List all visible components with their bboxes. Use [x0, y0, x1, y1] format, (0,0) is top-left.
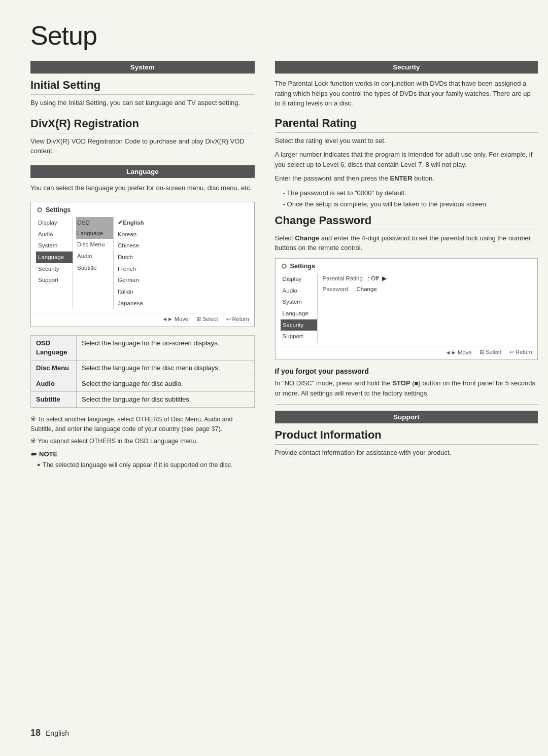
table-row-audio: Audio Select the language for disc audio…: [31, 376, 255, 392]
menu2-support: Support: [281, 331, 317, 342]
parental-rating-section: Parental Rating Select the rating level …: [275, 117, 538, 209]
security-section-header: Security: [275, 61, 538, 74]
menu-display: Display: [36, 217, 73, 229]
note-others-text: ※ To select another language, select OTH…: [30, 415, 255, 434]
settings-footer: ◄► Move ⊞ Select ↩ Return: [36, 313, 249, 322]
parental-label: Parental Rating: [323, 273, 363, 284]
footer-return: ↩ Return: [226, 316, 249, 322]
menu2-language: Language: [281, 308, 317, 319]
divx-body: View DivX(R) VOD Registration Code to pu…: [30, 136, 255, 156]
footer2-move: ◄► Move: [446, 349, 472, 355]
bullet-setup-complete: Once the setup is complete, you will be …: [279, 200, 538, 209]
settings-options2: Parental Rating : Off ▶ Password : Chang…: [317, 273, 532, 342]
settings-menu2: Display Audio System Language Security S…: [281, 273, 317, 342]
option-french: French: [117, 263, 145, 275]
initial-setting-body: By using the Initial Setting, you can se…: [30, 98, 255, 108]
note-others: ※ To select another language, select OTH…: [30, 415, 255, 446]
submenu-disc-menu: Disc Menu: [76, 239, 113, 250]
lang-key-osd: OSDLanguage: [31, 335, 77, 360]
menu-audio: Audio: [36, 229, 73, 240]
change-password-body: Select Change and enter the 4-digit pass…: [275, 233, 538, 253]
note-osd-text: ※ You cannot select OTHERS in the OSD La…: [30, 437, 255, 446]
parental-value: : Off ▶: [368, 273, 387, 284]
settings-inner: Display Audio System Language Security S…: [36, 217, 249, 309]
password-value: : Change: [353, 284, 377, 295]
settings-options: ✔English Korean Chinese Dutch French Ger…: [113, 217, 145, 309]
option-italian: Italian: [117, 286, 145, 298]
option-japanese: Japanese: [117, 298, 145, 309]
system-section-header: System: [30, 61, 255, 74]
settings-label: Settings: [46, 206, 71, 213]
parental-body1: Select the rating level you want to set.: [275, 136, 538, 146]
table-row-subtitle: Subtitle Select the language for disc su…: [31, 392, 255, 408]
two-column-layout: System Initial Setting By using the Init…: [30, 61, 518, 470]
submenu-subtitle: Subtitle: [76, 262, 113, 274]
lang-key-audio: Audio: [31, 376, 77, 392]
option-dutch: Dutch: [117, 251, 145, 263]
left-column: System Initial Setting By using the Init…: [30, 61, 255, 470]
if-forgot-title: If you forgot your password: [275, 367, 538, 375]
if-forgot-section: If you forgot your password In "NO DISC"…: [275, 367, 538, 398]
settings-gear-icon: [36, 206, 43, 213]
security-intro: The Parental Lock function works in conj…: [275, 79, 538, 109]
page-number: 18: [30, 728, 41, 738]
svg-point-3: [283, 265, 285, 267]
page-number-section: 18 English: [30, 728, 69, 738]
settings-box-language: Settings Display Audio System Language S…: [30, 202, 255, 327]
footer-select: ⊞ Select: [196, 316, 218, 322]
bullet-default-password: The password is set to "0000" by default…: [279, 189, 538, 198]
parental-body: Select the rating level you want to set.…: [275, 136, 538, 184]
menu2-display: Display: [281, 273, 317, 285]
settings-menu: Display Audio System Language Security S…: [36, 217, 73, 309]
note-label: NOTE: [39, 450, 57, 458]
divider: [275, 404, 538, 405]
settings-box2-inner: Display Audio System Language Security S…: [281, 273, 532, 342]
menu-support: Support: [36, 274, 73, 286]
menu2-audio: Audio: [281, 285, 317, 297]
option-english: ✔English: [117, 217, 145, 229]
footer2-return: ↩ Return: [509, 349, 532, 355]
menu2-system: System: [281, 296, 317, 308]
menu2-security: Security: [281, 319, 317, 331]
change-password-section: Change Password Select Change and enter …: [275, 214, 538, 360]
menu-system: System: [36, 240, 73, 251]
footer-move: ◄► Move: [162, 316, 188, 322]
support-section-header: Support: [275, 411, 538, 423]
password-label: Password: [323, 284, 349, 295]
note-title-section: ✏ NOTE: [30, 450, 255, 458]
language-table: OSDLanguage Select the language for the …: [30, 335, 255, 408]
submenu-audio: Audio: [76, 250, 113, 262]
row2-parental: Parental Rating : Off ▶: [323, 273, 532, 284]
table-row-disc: Disc Menu Select the language for the di…: [31, 360, 255, 376]
if-forgot-body: In "NO DISC" mode, press and hold the ST…: [275, 378, 538, 398]
lang-key-subtitle: Subtitle: [31, 392, 77, 408]
row2-password: Password : Change: [323, 284, 532, 295]
lang-val-disc: Select the language for the disc menu di…: [77, 360, 255, 376]
lang-val-osd: Select the language for the on-screen di…: [77, 335, 255, 360]
settings-footer2: ◄► Move ⊞ Select ↩ Return: [281, 346, 532, 355]
settings-box2-title: Settings: [281, 263, 532, 270]
lang-val-subtitle: Select the language for disc subtitles.: [77, 392, 255, 408]
menu-security: Security: [36, 263, 73, 275]
settings-box-security: Settings Display Audio System Language S…: [275, 258, 538, 360]
svg-point-1: [39, 209, 41, 211]
parental-rating-title: Parental Rating: [275, 117, 538, 133]
language-intro: You can select the language you prefer f…: [30, 183, 255, 193]
menu-language: Language: [36, 251, 73, 263]
page-language: English: [46, 729, 69, 737]
parental-body2: A larger number indicates that the progr…: [275, 150, 538, 169]
lang-key-disc: Disc Menu: [31, 360, 77, 376]
footer2-select: ⊞ Select: [480, 349, 501, 355]
product-information-section: Product Information Provide contact info…: [275, 428, 538, 458]
language-section-header: Language: [30, 165, 255, 178]
submenu-osd: OSD Language: [76, 217, 113, 239]
note-body-section: The selected language will only appear i…: [30, 460, 255, 470]
settings-submenu: OSD Language Disc Menu Audio Subtitle: [73, 217, 113, 309]
product-info-body: Provide contact information for assistan…: [275, 448, 538, 458]
page-title: Setup: [30, 20, 518, 51]
settings-gear-icon2: [281, 263, 288, 270]
change-password-title: Change Password: [275, 214, 538, 230]
initial-setting-title: Initial Setting: [30, 79, 255, 95]
settings2-label: Settings: [290, 263, 315, 270]
note-item: The selected language will only appear i…: [38, 460, 255, 470]
